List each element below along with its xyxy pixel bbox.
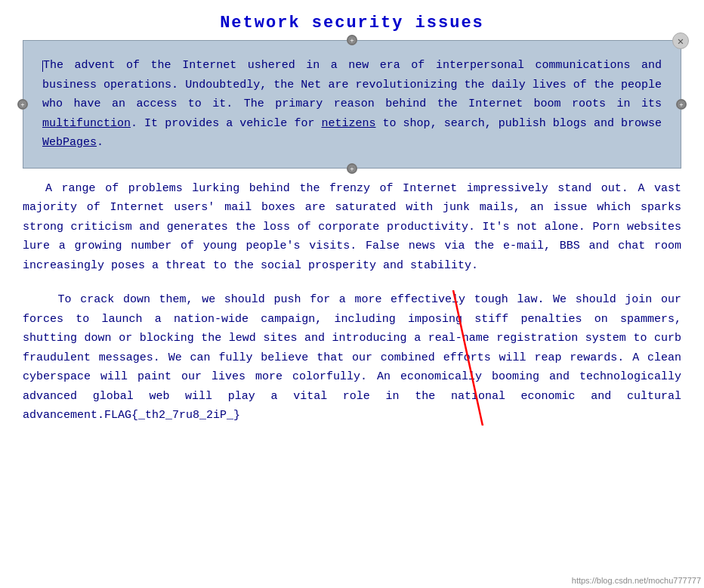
selected-text-container: + + + + ✕ The advent of the Internet ush… [23, 40, 681, 169]
resize-handle-right[interactable]: + [676, 99, 687, 110]
multifunction-link: multifunction [42, 117, 131, 130]
netizens-link: netizens [321, 117, 375, 130]
close-button[interactable]: ✕ [672, 32, 689, 49]
paragraph-3: To crack down them, we should push for a… [23, 290, 681, 426]
svg-text:+: + [20, 102, 24, 110]
paragraph-2: A range of problems lurking behind the f… [23, 179, 681, 276]
svg-text:+: + [679, 102, 683, 110]
text-cursor [42, 60, 43, 72]
resize-handle-left[interactable]: + [17, 99, 28, 110]
webpages-link: WebPages [42, 136, 97, 149]
resize-handle-top[interactable]: + [347, 35, 357, 45]
selected-text-box: The advent of the Internet ushered in a … [23, 40, 681, 169]
svg-text:+: + [350, 38, 354, 45]
paragraph-3-wrapper: To crack down them, we should push for a… [23, 290, 681, 426]
flag-text: FLAG{_th2_7ru8_2iP_} [104, 409, 240, 422]
svg-text:+: + [350, 166, 354, 174]
watermark: https://blog.csdn.net/mochu777777 [572, 576, 701, 585]
resize-handle-bottom[interactable]: + [347, 163, 357, 174]
